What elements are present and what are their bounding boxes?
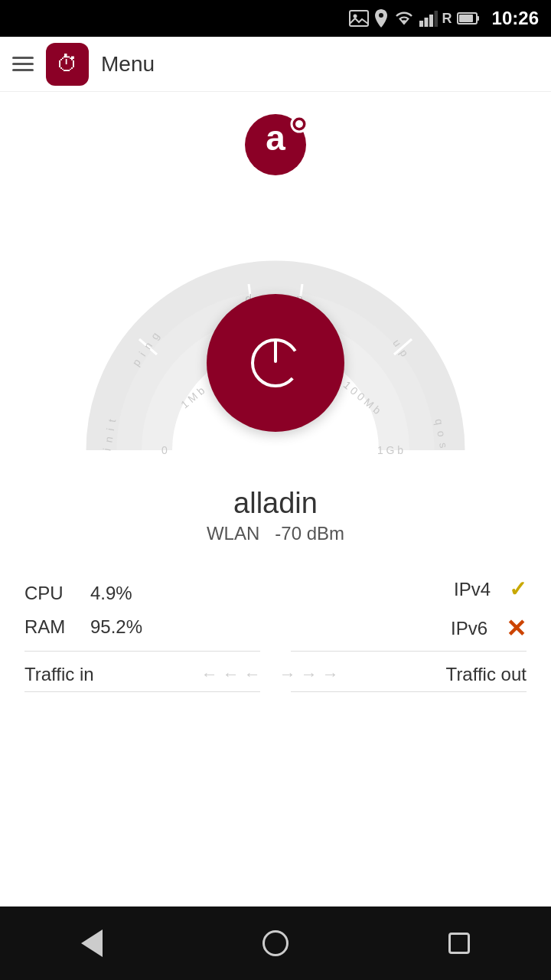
status-time: 10:26 — [492, 8, 539, 29]
ram-value: 95.2% — [90, 616, 142, 638]
power-button-container — [207, 294, 344, 432]
battery-icon — [457, 11, 480, 26]
ipv6-label: IPv6 — [451, 618, 487, 639]
menu-button[interactable] — [12, 57, 34, 71]
arrow-left-1: ← — [201, 665, 218, 684]
traffic-dividers — [24, 691, 527, 692]
stopwatch-icon: ⏱ — [57, 51, 78, 77]
home-button[interactable] — [254, 922, 297, 965]
roaming-badge: R — [442, 11, 452, 27]
image-icon — [349, 10, 369, 27]
traffic-divider-right — [291, 691, 527, 692]
ipv4-status-check-icon: ✓ — [509, 577, 527, 602]
power-icon — [245, 332, 306, 394]
ip-group: IPv4 ✓ IPv6 ✕ — [451, 577, 527, 643]
back-icon — [81, 929, 103, 957]
app-logo: a — [241, 110, 310, 179]
speedometer: d o w n u p p i n g i n i t q o s 1 0 M … — [61, 190, 490, 481]
cpu-value: 4.9% — [90, 583, 132, 604]
arrow-left-2: ← — [223, 665, 240, 684]
device-signal: WLAN -70 dBm — [207, 523, 344, 544]
ipv6-status-cross-icon: ✕ — [506, 614, 527, 643]
svg-rect-4 — [424, 18, 428, 27]
back-button[interactable] — [70, 922, 113, 965]
app-icon: ⏱ — [46, 43, 89, 86]
ipv4-label: IPv4 — [454, 579, 491, 600]
main-content: a d o w n u p — [0, 92, 551, 906]
toolbar-title: Menu — [101, 52, 155, 77]
traffic-arrows: ← ← ← → → → — [201, 665, 339, 684]
cpu-ram-group: CPU 4.9% RAM 95.2% — [24, 583, 142, 638]
power-button[interactable] — [207, 294, 344, 432]
logo-area: a — [241, 110, 310, 182]
svg-text:1 G b: 1 G b — [377, 444, 403, 456]
device-info: alladin WLAN -70 dBm — [207, 487, 344, 544]
device-name: alladin — [207, 487, 344, 520]
svg-point-2 — [379, 13, 383, 18]
svg-rect-8 — [477, 16, 479, 21]
signal-icon — [419, 10, 438, 27]
svg-text:a: a — [266, 118, 285, 158]
arrow-left-3: ← — [244, 665, 261, 684]
traffic-in-label: Traffic in — [24, 664, 94, 685]
recents-icon — [448, 933, 470, 954]
traffic-out-label: Traffic out — [446, 664, 527, 685]
divider-right — [291, 651, 527, 652]
wifi-icon — [393, 10, 415, 27]
svg-point-13 — [295, 120, 303, 128]
svg-rect-0 — [350, 11, 368, 26]
location-icon — [373, 8, 389, 28]
arrow-right-3: → — [322, 665, 339, 684]
status-icons: R — [349, 8, 480, 28]
traffic-in-arrows: ← ← ← — [201, 665, 261, 684]
ram-label: RAM — [24, 616, 78, 638]
toolbar: ⏱ Menu — [0, 37, 551, 92]
ipv4-row: IPv4 ✓ — [454, 577, 527, 602]
svg-text:0: 0 — [161, 444, 168, 456]
divider-left — [24, 651, 260, 652]
ipv6-row: IPv6 ✕ — [451, 614, 527, 643]
cpu-label: CPU — [24, 583, 78, 604]
traffic-divider-left — [24, 691, 260, 692]
arrow-right-2: → — [301, 665, 318, 684]
home-icon — [262, 930, 289, 956]
svg-rect-9 — [459, 15, 473, 22]
traffic-out-arrows: → → → — [279, 665, 339, 684]
cpu-stat: CPU 4.9% — [24, 583, 142, 604]
status-bar: R 10:26 — [0, 0, 551, 37]
traffic-row: Traffic in ← ← ← → → → Traffic out — [24, 652, 527, 691]
bottom-nav — [0, 906, 551, 980]
svg-rect-6 — [434, 11, 438, 27]
arrow-right-1: → — [279, 665, 296, 684]
svg-rect-5 — [429, 15, 433, 27]
svg-rect-3 — [419, 21, 423, 27]
stats-section: CPU 4.9% RAM 95.2% IPv4 ✓ IPv6 ✕ — [0, 550, 551, 692]
recents-button[interactable] — [438, 922, 481, 965]
ram-stat: RAM 95.2% — [24, 616, 142, 638]
stats-row: CPU 4.9% RAM 95.2% IPv4 ✓ IPv6 ✕ — [24, 569, 527, 651]
